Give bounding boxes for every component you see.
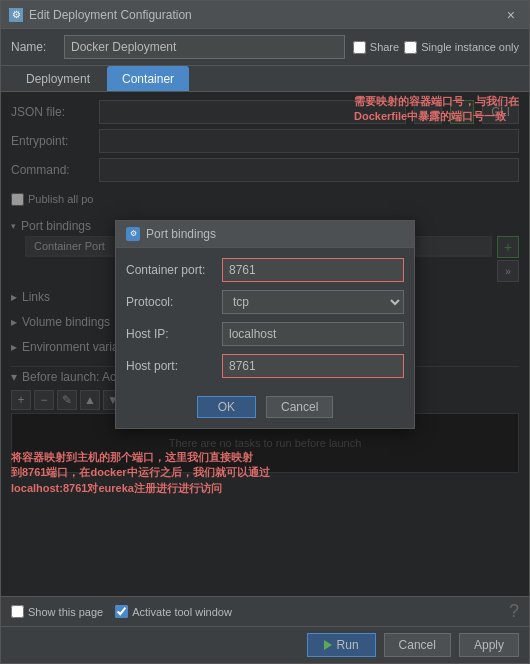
name-input[interactable] (64, 35, 345, 59)
show-page-checkbox[interactable] (11, 605, 24, 618)
single-instance-label[interactable]: Single instance only (404, 41, 519, 54)
activate-tool-label[interactable]: Activate tool window (115, 605, 232, 618)
dialog-title-bar: ⚙ Port bindings (116, 221, 414, 248)
single-instance-checkbox[interactable] (404, 41, 417, 54)
dialog-container-port-input[interactable] (222, 258, 404, 282)
share-checkbox[interactable] (353, 41, 366, 54)
dialog-host-port-row: Host port: (126, 354, 404, 378)
cancel-button[interactable]: Cancel (384, 633, 451, 657)
name-bar: Name: Share Single instance only (1, 29, 529, 66)
name-label: Name: (11, 40, 56, 54)
tabs-row: Deployment Container (1, 66, 529, 92)
show-page-label[interactable]: Show this page (11, 605, 103, 618)
dialog-host-port-label: Host port: (126, 359, 216, 373)
run-triangle-icon (324, 640, 332, 650)
dialog-title-text: Port bindings (146, 227, 404, 241)
help-button[interactable]: ? (509, 601, 519, 622)
window-title: Edit Deployment Configuration (29, 8, 495, 22)
dialog-overlay: 需要映射的容器端口号，与我们在 Dockerfile中暴露的端口号一致 ⚙ Po… (1, 92, 529, 596)
dialog-protocol-select[interactable]: tcp udp (222, 290, 404, 314)
dialog-host-ip-input[interactable] (222, 322, 404, 346)
dialog-footer: OK Cancel (116, 388, 414, 428)
dialog-body: Container port: Protocol: tcp udp Host I… (116, 248, 414, 388)
dialog-icon: ⚙ (126, 227, 140, 241)
dialog-container-port-row: Container port: (126, 258, 404, 282)
run-button[interactable]: Run (307, 633, 376, 657)
bottom-options: Show this page Activate tool window ? (1, 596, 529, 626)
share-checkbox-label[interactable]: Share (353, 41, 399, 54)
tab-container[interactable]: Container (107, 66, 189, 91)
dialog-ok-button[interactable]: OK (197, 396, 256, 418)
close-button[interactable]: × (501, 5, 521, 25)
dialog-host-port-input[interactable] (222, 354, 404, 378)
port-bindings-dialog: ⚙ Port bindings Container port: Protocol… (115, 220, 415, 429)
activate-tool-checkbox[interactable] (115, 605, 128, 618)
dialog-protocol-row: Protocol: tcp udp (126, 290, 404, 314)
apply-button[interactable]: Apply (459, 633, 519, 657)
annotation-top: 需要映射的容器端口号，与我们在 Dockerfile中暴露的端口号一致 (354, 94, 519, 125)
dialog-container-port-label: Container port: (126, 263, 216, 277)
dialog-host-ip-row: Host IP: (126, 322, 404, 346)
tab-deployment[interactable]: Deployment (11, 66, 105, 91)
annotation-bottom: 将容器映射到主机的那个端口，这里我们直接映射 到8761端口，在docker中运… (11, 450, 519, 496)
dialog-cancel-button[interactable]: Cancel (266, 396, 333, 418)
content-area: JSON file: ... ↓ CLI Entrypoint: Command… (1, 92, 529, 596)
dialog-host-ip-label: Host IP: (126, 327, 216, 341)
footer-buttons: Run Cancel Apply (1, 626, 529, 663)
title-bar: ⚙ Edit Deployment Configuration × (1, 1, 529, 29)
dialog-protocol-label: Protocol: (126, 295, 216, 309)
window-icon: ⚙ (9, 8, 23, 22)
main-window: ⚙ Edit Deployment Configuration × Name: … (0, 0, 530, 664)
share-row: Share Single instance only (353, 41, 519, 54)
